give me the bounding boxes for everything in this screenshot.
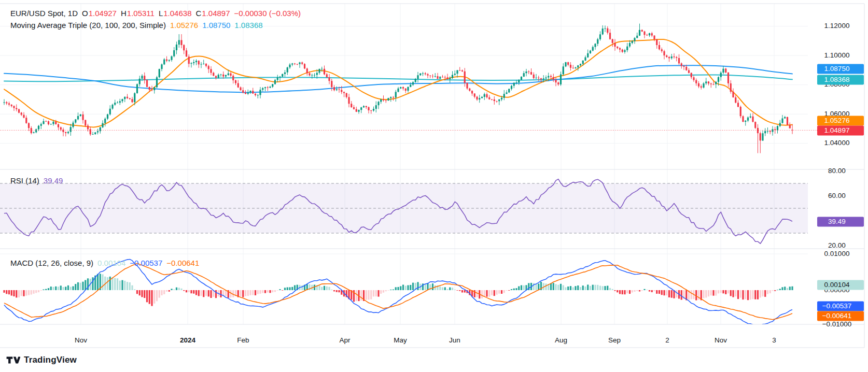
axis-badge: 0.00104 bbox=[817, 280, 864, 290]
time-axis-label: Nov bbox=[715, 336, 727, 344]
ma20-value: 1.05276 bbox=[170, 21, 198, 30]
tradingview-logo[interactable]: TradingView bbox=[6, 355, 77, 365]
chart-canvas[interactable]: 1.120001.100001.080001.060001.0400080.00… bbox=[0, 0, 868, 372]
time-gridlines bbox=[81, 4, 774, 324]
time-axis-label: Sep bbox=[608, 336, 621, 344]
ma-legend-row[interactable]: Moving Average Triple (20, 100, 200, Sim… bbox=[10, 21, 263, 30]
open-value: O1.04927 bbox=[82, 9, 117, 18]
axis-badge: 1.08750 bbox=[817, 64, 864, 74]
macd-line-value: −0.00537 bbox=[130, 259, 162, 267]
svg-text:60.00: 60.00 bbox=[828, 192, 846, 199]
axis-badge: 1.05276 bbox=[817, 116, 864, 126]
rsi-legend-row[interactable]: RSI (14) 39.49 bbox=[10, 176, 63, 185]
time-axis[interactable]: Nov2024FebAprMayJunAugSep2Nov3 bbox=[75, 336, 776, 344]
svg-text:1.08368: 1.08368 bbox=[824, 76, 850, 83]
price-axis[interactable]: 1.120001.100001.080001.060001.0400080.00… bbox=[817, 22, 864, 327]
axis-badge: 1.08368 bbox=[817, 75, 864, 85]
macd-signal-value: −0.00641 bbox=[166, 259, 199, 267]
symbol-title: EUR/USD Spot, 1D bbox=[10, 9, 78, 18]
time-axis-label: 2 bbox=[665, 336, 669, 344]
svg-text:1.08750: 1.08750 bbox=[824, 65, 850, 73]
time-axis-label: May bbox=[394, 336, 407, 344]
macd-hist-value: 0.00104 bbox=[97, 259, 125, 267]
svg-text:39.49: 39.49 bbox=[828, 218, 846, 225]
macd-title: MACD (12, 26, close, 9) bbox=[10, 259, 93, 267]
time-axis-label: Feb bbox=[237, 336, 249, 344]
svg-text:1.12000: 1.12000 bbox=[824, 22, 850, 30]
svg-text:0.01000: 0.01000 bbox=[824, 250, 850, 257]
low-value: L1.04638 bbox=[159, 9, 192, 18]
tradingview-logo-icon bbox=[6, 356, 20, 364]
tradingview-chart-window: 1.120001.100001.080001.060001.0400080.00… bbox=[0, 0, 868, 372]
time-axis-label: Aug bbox=[555, 336, 567, 344]
macd-legend-row[interactable]: MACD (12, 26, close, 9) 0.00104 −0.00537… bbox=[10, 259, 199, 267]
ma200-value: 1.08368 bbox=[234, 21, 262, 30]
svg-text:1.04897: 1.04897 bbox=[824, 126, 850, 134]
time-axis-label: 3 bbox=[772, 336, 776, 344]
svg-text:−0.00537: −0.00537 bbox=[822, 302, 852, 310]
ma-indicator-title: Moving Average Triple (20, 100, 200, Sim… bbox=[10, 21, 166, 30]
ma100-value: 1.08750 bbox=[202, 21, 230, 30]
ma-line bbox=[4, 75, 792, 81]
axis-badge: −0.00641 bbox=[817, 311, 864, 321]
high-value: H1.05311 bbox=[121, 9, 155, 18]
svg-text:−0.00641: −0.00641 bbox=[822, 312, 852, 320]
axis-badge: 39.49 bbox=[817, 217, 864, 227]
svg-text:1.05276: 1.05276 bbox=[824, 117, 850, 124]
time-axis-label: Apr bbox=[339, 336, 351, 344]
svg-text:80.00: 80.00 bbox=[828, 167, 846, 175]
close-value: C1.04897 bbox=[195, 9, 230, 18]
svg-text:1.04000: 1.04000 bbox=[824, 139, 850, 147]
svg-text:1.10000: 1.10000 bbox=[824, 51, 850, 59]
tradingview-logo-text: TradingView bbox=[24, 355, 77, 365]
svg-text:−0.01000: −0.01000 bbox=[822, 320, 852, 328]
pane-separators bbox=[0, 4, 864, 348]
change-value: −0.00030 (−0.03%) bbox=[234, 9, 301, 18]
time-axis-label: Nov bbox=[75, 336, 87, 344]
axis-badge: 1.04897 bbox=[817, 126, 864, 136]
svg-text:0.00104: 0.00104 bbox=[824, 281, 850, 289]
svg-text:20.00: 20.00 bbox=[828, 241, 846, 249]
time-axis-label: 2024 bbox=[180, 336, 196, 344]
time-axis-label: Jun bbox=[449, 336, 460, 344]
macd-pane[interactable] bbox=[3, 260, 793, 326]
symbol-legend-row[interactable]: EUR/USD Spot, 1D O1.04927 H1.05311 L1.04… bbox=[10, 9, 301, 18]
axis-badge: −0.00537 bbox=[817, 302, 864, 311]
rsi-pane[interactable] bbox=[0, 179, 808, 244]
rsi-value: 39.49 bbox=[44, 176, 63, 185]
rsi-title: RSI (14) bbox=[10, 176, 39, 185]
main-pane[interactable] bbox=[3, 24, 793, 153]
